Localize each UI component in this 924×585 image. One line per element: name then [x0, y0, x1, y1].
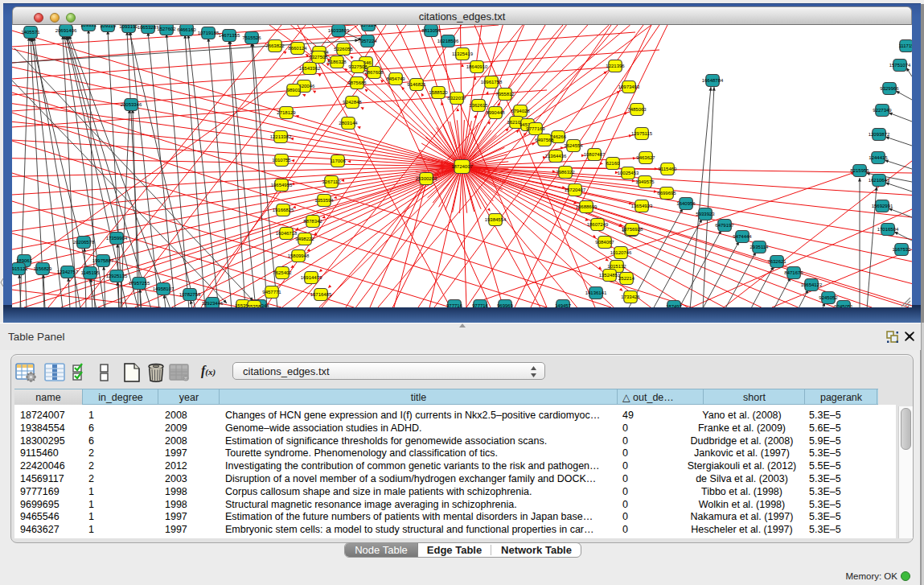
- svg-text:1362615: 1362615: [469, 103, 488, 108]
- svg-text:12342757: 12342757: [57, 270, 79, 274]
- svg-text:9084067: 9084067: [595, 240, 614, 245]
- svg-text:1733426: 1733426: [621, 295, 640, 299]
- svg-text:16046718: 16046718: [276, 231, 298, 236]
- svg-text:14958107: 14958107: [153, 286, 175, 291]
- svg-text:7625402: 7625402: [273, 270, 292, 275]
- svg-text:25300203: 25300203: [416, 176, 437, 181]
- svg-text:1949575: 1949575: [635, 179, 655, 184]
- svg-text:187497: 187497: [666, 304, 683, 307]
- svg-text:1588520: 1588520: [429, 90, 448, 95]
- svg-text:15809948: 15809948: [288, 253, 310, 258]
- svg-text:1010755: 1010755: [272, 158, 291, 163]
- svg-text:1221396: 1221396: [606, 64, 625, 68]
- svg-text:11325419: 11325419: [452, 51, 474, 56]
- svg-text:20691406: 20691406: [55, 28, 77, 33]
- svg-text:7955812: 7955812: [495, 92, 515, 97]
- svg-text:2803144: 2803144: [339, 121, 358, 126]
- svg-text:3267110: 3267110: [322, 179, 342, 184]
- svg-text:14671355: 14671355: [219, 33, 240, 38]
- svg-text:9777169: 9777169: [526, 126, 545, 131]
- svg-text:2935114: 2935114: [750, 245, 770, 249]
- svg-text:62160: 62160: [606, 161, 620, 166]
- svg-text:1167533: 1167533: [893, 247, 912, 252]
- svg-text:7663822: 7663822: [265, 43, 285, 48]
- svg-text:1145195: 1145195: [81, 270, 101, 275]
- svg-text:1527602: 1527602: [157, 27, 176, 31]
- svg-text:252214: 252214: [618, 276, 635, 281]
- svg-text:2718129: 2718129: [277, 110, 296, 115]
- svg-text:18640910: 18640910: [466, 64, 488, 69]
- svg-text:8454749: 8454749: [386, 76, 405, 81]
- svg-text:3624554: 3624554: [564, 143, 583, 148]
- svg-text:9498222: 9498222: [295, 237, 314, 241]
- svg-text:5933923: 5933923: [696, 212, 715, 216]
- svg-text:19166825: 19166825: [273, 208, 294, 212]
- svg-text:3915122: 3915122: [12, 266, 28, 271]
- svg-text:12975115: 12975115: [631, 131, 653, 136]
- svg-text:16210643: 16210643: [869, 178, 890, 183]
- svg-text:17016504: 17016504: [877, 227, 899, 232]
- svg-text:19384554: 19384554: [485, 217, 507, 222]
- svg-text:19654955: 19654955: [271, 183, 293, 187]
- svg-text:10025453: 10025453: [618, 171, 639, 175]
- svg-text:10961758: 10961758: [481, 80, 503, 84]
- svg-text:6699695: 6699695: [657, 191, 676, 196]
- svg-text:7485063: 7485063: [627, 107, 647, 112]
- svg-text:10120746: 10120746: [610, 250, 632, 255]
- svg-text:16543362: 16543362: [299, 66, 321, 71]
- svg-text:857224: 857224: [360, 25, 377, 27]
- svg-text:21364436: 21364436: [545, 154, 567, 159]
- svg-text:8215955: 8215955: [850, 168, 869, 173]
- svg-text:10782759: 10782759: [179, 292, 201, 297]
- svg-text:10807487: 10807487: [584, 152, 606, 157]
- svg-text:19975887: 19975887: [92, 258, 114, 263]
- svg-text:6466160: 6466160: [177, 27, 196, 32]
- svg-text:1093191: 1093191: [119, 25, 138, 29]
- svg-text:16033809: 16033809: [328, 28, 350, 33]
- svg-text:17957255: 17957255: [129, 281, 150, 286]
- svg-text:15716485: 15716485: [310, 292, 332, 297]
- svg-text:10719185: 10719185: [198, 31, 220, 35]
- svg-text:12093872: 12093872: [869, 132, 890, 137]
- svg-text:12213382: 12213382: [270, 134, 292, 139]
- svg-text:8660124: 8660124: [288, 46, 307, 51]
- svg-text:8878342: 8878342: [303, 219, 322, 224]
- svg-text:6479197: 6479197: [715, 223, 734, 228]
- svg-text:8471676: 8471676: [784, 270, 803, 275]
- svg-text:9329966: 9329966: [880, 86, 899, 91]
- svg-text:9242848: 9242848: [343, 100, 362, 105]
- svg-text:9245052: 9245052: [819, 295, 838, 300]
- svg-text:9327508: 9327508: [309, 55, 328, 60]
- svg-text:109331: 109331: [80, 25, 97, 27]
- svg-text:9227349: 9227349: [873, 108, 892, 113]
- svg-text:2867608: 2867608: [364, 70, 384, 75]
- svg-text:977716: 977716: [446, 303, 463, 307]
- svg-text:16914479: 16914479: [301, 275, 322, 280]
- svg-text:8186328: 8186328: [327, 60, 347, 64]
- svg-text:1353594: 1353594: [314, 198, 334, 203]
- svg-text:1015132: 1015132: [607, 264, 626, 269]
- svg-text:3875685: 3875685: [347, 80, 367, 85]
- svg-text:10218506: 10218506: [437, 39, 459, 43]
- svg-text:9115460: 9115460: [659, 167, 678, 171]
- svg-text:109319: 109319: [100, 25, 117, 28]
- svg-text:16648784: 16648784: [702, 78, 724, 83]
- svg-text:5226058: 5226058: [334, 47, 353, 51]
- svg-text:149457: 149457: [555, 303, 572, 307]
- svg-text:14136141: 14136141: [585, 290, 607, 295]
- svg-text:18607249: 18607249: [587, 222, 609, 227]
- svg-text:1640956: 1640956: [676, 201, 696, 206]
- svg-text:12925135: 12925135: [106, 274, 128, 278]
- svg-text:10756928: 10756928: [622, 227, 643, 232]
- svg-text:6322037: 6322037: [447, 96, 466, 101]
- svg-text:15720407: 15720407: [565, 187, 586, 192]
- svg-text:969969: 969969: [497, 303, 514, 307]
- svg-text:18724007: 18724007: [451, 164, 473, 169]
- svg-text:20206578: 20206578: [73, 240, 95, 245]
- svg-text:10973493: 10973493: [618, 84, 640, 89]
- svg-text:977716: 977716: [472, 303, 489, 307]
- svg-text:7632621: 7632621: [767, 259, 786, 264]
- svg-text:15751074: 15751074: [889, 63, 911, 68]
- svg-text:12923446: 12923446: [202, 301, 224, 306]
- svg-text:6794028: 6794028: [511, 109, 530, 113]
